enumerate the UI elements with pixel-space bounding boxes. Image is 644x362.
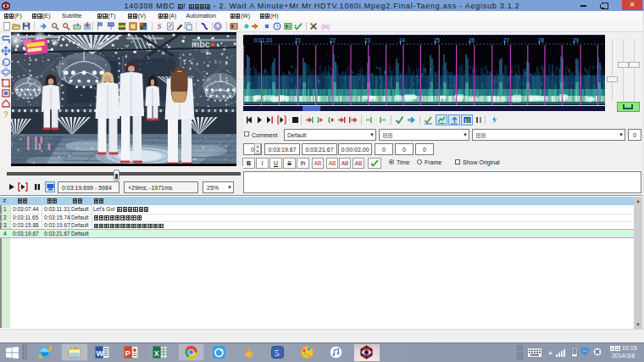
svg-text:5: 5 [275, 348, 280, 358]
svg-text:mbc: mbc [192, 39, 210, 49]
svg-text:0:01:20: 0:01:20 [254, 37, 273, 43]
svg-text:26: 26 [469, 37, 475, 43]
svg-text:22: 22 [330, 37, 336, 43]
svg-text:(N): (N) [321, 23, 330, 31]
svg-text:28: 28 [538, 37, 545, 43]
svg-text:24: 24 [399, 37, 406, 43]
svg-text:P: P [125, 349, 130, 358]
svg-text:23: 23 [364, 37, 371, 43]
svg-text:21: 21 [295, 37, 302, 43]
svg-text:▌░▌ ▌░: ▌░▌ ▌░ [27, 136, 48, 143]
svg-text:?: ? [3, 110, 8, 120]
svg-text:W: W [97, 349, 104, 358]
svg-text:29: 29 [573, 37, 580, 43]
svg-text:27: 27 [503, 37, 510, 43]
svg-text:LIVE: LIVE [201, 49, 209, 53]
svg-text:▌░▌▌ ░▌: ▌░▌▌ ░▌ [27, 143, 52, 150]
svg-text:S: S [158, 22, 162, 31]
svg-text:X: X [154, 349, 159, 358]
svg-text:25: 25 [434, 37, 441, 43]
